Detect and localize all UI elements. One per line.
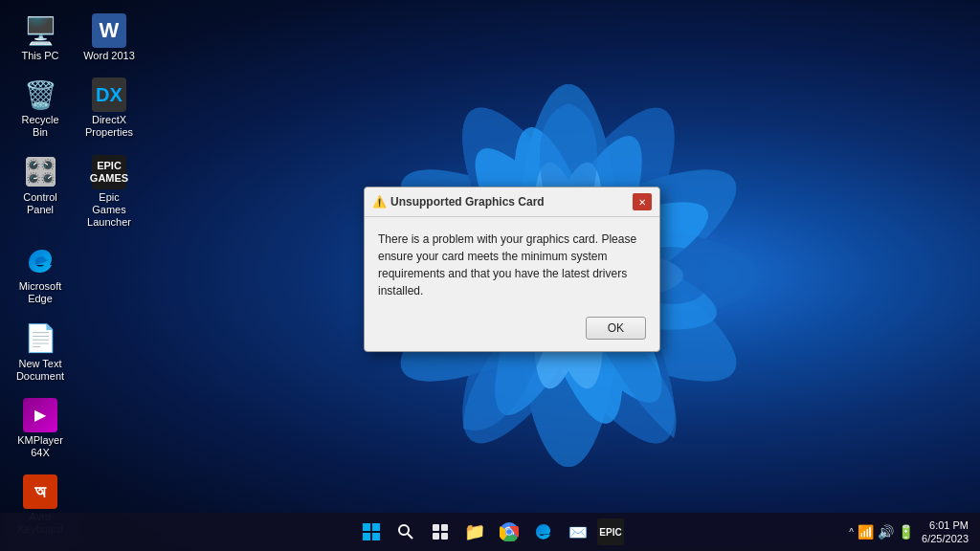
svg-rect-32 — [441, 524, 448, 531]
desktop-icon-epic-games[interactable]: EPICGAMES Epic Games Launcher — [78, 151, 140, 233]
directx-icon: DX — [92, 77, 126, 112]
svg-point-29 — [399, 525, 409, 535]
clock-date: 6/25/2023 — [922, 532, 969, 545]
desktop-icon-kmplayer[interactable]: ▶ KMPlayer 64X — [10, 394, 71, 463]
kmplayer-label: KMPlayer 64X — [13, 434, 67, 459]
control-panel-label: Control Panel — [13, 191, 67, 216]
dialog-ok-button[interactable]: OK — [586, 317, 646, 340]
svg-rect-25 — [363, 523, 370, 531]
dialog-close-button[interactable]: ✕ — [633, 193, 652, 210]
clock-time: 6:01 PM — [922, 518, 969, 532]
taskbar-edge-button[interactable] — [528, 517, 559, 547]
svg-line-30 — [408, 534, 412, 539]
this-pc-label: This PC — [21, 50, 58, 62]
dialog-footer: OK — [365, 309, 659, 351]
desktop-icon-recycle-bin[interactable]: 🗑️ Recycle Bin — [10, 74, 71, 143]
svg-rect-34 — [441, 533, 448, 540]
taskbar-clock[interactable]: 6:01 PM 6/25/2023 — [922, 518, 969, 546]
desktop-icon-edge[interactable]: MicrosoftEdge — [10, 240, 71, 309]
svg-rect-27 — [363, 533, 370, 540]
desktop-icon-directx[interactable]: DX DirectX Properties — [78, 74, 140, 143]
taskbar-tray-arrow[interactable]: ^ — [849, 527, 854, 538]
new-text-doc-icon: 📄 — [23, 321, 57, 356]
taskbar-network-icon[interactable]: 📶 — [858, 524, 874, 540]
desktop-icon-new-text-doc[interactable]: 📄 New TextDocument — [10, 318, 71, 386]
svg-point-39 — [506, 529, 512, 535]
avro-icon: অ — [23, 474, 57, 509]
svg-rect-33 — [433, 533, 439, 540]
taskbar-epic-button[interactable]: EPIC — [597, 518, 624, 545]
unsupported-graphics-dialog: ⚠️ Unsupported Graphics Card ✕ There is … — [364, 187, 660, 352]
epic-games-icon: EPICGAMES — [92, 155, 126, 189]
taskbar-search-button[interactable] — [390, 517, 421, 547]
word-2013-label: Word 2013 — [83, 50, 135, 62]
taskbar-taskview-button[interactable] — [425, 517, 456, 547]
taskbar-chrome-button[interactable] — [494, 517, 524, 547]
dialog-message: There is a problem with your graphics ca… — [378, 231, 646, 299]
desktop-icon-control-panel[interactable]: 🎛️ Control Panel — [10, 151, 71, 233]
directx-label: DirectX Properties — [82, 114, 136, 139]
svg-rect-28 — [372, 533, 380, 540]
this-pc-icon: 🖥️ — [23, 13, 57, 48]
taskbar-mail-button[interactable]: ✉️ — [563, 517, 593, 547]
desktop-icon-this-pc[interactable]: 🖥️ This PC — [10, 10, 71, 66]
dialog-titlebar: ⚠️ Unsupported Graphics Card ✕ — [365, 187, 659, 217]
taskbar: 📁 — [0, 513, 980, 551]
edge-label: MicrosoftEdge — [19, 280, 62, 305]
taskbar-start-button[interactable] — [356, 517, 387, 547]
edge-icon — [23, 244, 57, 278]
taskbar-battery-icon[interactable]: 🔋 — [898, 524, 914, 540]
epic-games-label: Epic Games Launcher — [82, 191, 136, 230]
desktop-icon-word-2013[interactable]: W Word 2013 — [78, 10, 140, 66]
dialog-title-area: ⚠️ Unsupported Graphics Card — [372, 195, 545, 209]
svg-rect-31 — [433, 524, 439, 531]
new-text-doc-label: New TextDocument — [16, 358, 64, 383]
dialog-title-icon: ⚠️ — [372, 195, 386, 209]
svg-rect-26 — [372, 523, 380, 531]
taskbar-system-tray: ^ 📶 🔊 🔋 6:01 PM 6/25/2023 — [849, 518, 969, 546]
dialog-title-text: Unsupported Graphics Card — [390, 195, 545, 209]
taskbar-sys-icons: ^ 📶 🔊 🔋 — [849, 524, 914, 540]
taskbar-sound-icon[interactable]: 🔊 — [878, 524, 894, 540]
control-panel-icon: 🎛️ — [23, 155, 57, 189]
word-2013-icon: W — [92, 13, 126, 48]
recycle-bin-icon: 🗑️ — [23, 77, 57, 112]
taskbar-explorer-button[interactable]: 📁 — [459, 517, 490, 547]
recycle-bin-label: Recycle Bin — [13, 114, 67, 139]
dialog-body: There is a problem with your graphics ca… — [365, 217, 659, 309]
desktop-icons-area: 🖥️ This PC W Word 2013 🗑️ Recycle Bin DX… — [10, 10, 140, 551]
taskbar-center-icons: 📁 — [356, 517, 624, 547]
kmplayer-icon: ▶ — [23, 398, 57, 432]
